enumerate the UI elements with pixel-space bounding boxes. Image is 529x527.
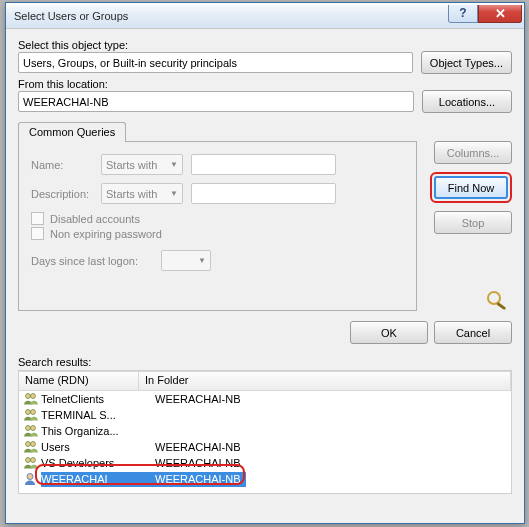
description-filter-label: Description: <box>31 188 101 200</box>
result-row[interactable]: UsersWEERACHAI-NB <box>19 439 511 455</box>
result-name: WEERACHAI <box>41 473 155 485</box>
help-button[interactable]: ? <box>448 5 478 23</box>
result-folder: WEERACHAI-NB <box>155 441 507 453</box>
group-icon <box>23 456 39 470</box>
disabled-accounts-checkbox[interactable]: Disabled accounts <box>31 212 361 225</box>
find-now-button[interactable]: Find Now <box>434 176 508 199</box>
result-folder: WEERACHAI-NB <box>155 457 507 469</box>
svg-point-10 <box>31 442 36 447</box>
group-icon <box>23 440 39 454</box>
description-match-combo[interactable]: Starts with▼ <box>101 183 183 204</box>
svg-point-8 <box>31 426 36 431</box>
column-header-name[interactable]: Name (RDN) <box>19 372 139 390</box>
name-filter-input[interactable] <box>191 154 336 175</box>
result-name: TelnetClients <box>41 393 155 405</box>
object-type-field[interactable]: Users, Groups, or Built-in security prin… <box>18 52 413 73</box>
result-row[interactable]: This Organiza... <box>19 423 511 439</box>
search-results-label: Search results: <box>18 352 512 370</box>
object-types-button[interactable]: Object Types... <box>421 51 512 74</box>
group-icon <box>23 392 39 406</box>
search-icon <box>484 289 512 311</box>
column-header-folder[interactable]: In Folder <box>139 372 511 390</box>
result-row[interactable]: TERMINAL S... <box>19 407 511 423</box>
group-icon <box>23 408 39 422</box>
close-button[interactable]: ✕ <box>478 5 522 23</box>
ok-button[interactable]: OK <box>350 321 428 344</box>
stop-button[interactable]: Stop <box>434 211 512 234</box>
group-icon <box>23 424 39 438</box>
columns-button[interactable]: Columns... <box>434 141 512 164</box>
svg-point-9 <box>26 442 31 447</box>
dialog-title: Select Users or Groups <box>14 10 128 22</box>
svg-point-3 <box>26 394 31 399</box>
tab-common-queries[interactable]: Common Queries <box>18 122 126 142</box>
object-type-label: Select this object type: <box>18 39 512 51</box>
select-users-dialog: Select Users or Groups ? ✕ Select this o… <box>5 2 525 524</box>
result-row[interactable]: TelnetClientsWEERACHAI-NB <box>19 391 511 407</box>
result-name: TERMINAL S... <box>41 409 155 421</box>
result-folder: WEERACHAI-NB <box>155 393 507 405</box>
result-folder: WEERACHAI-NB <box>155 473 246 485</box>
non-expiring-password-checkbox[interactable]: Non expiring password <box>31 227 361 240</box>
days-since-logon-combo[interactable]: ▼ <box>161 250 211 271</box>
svg-point-13 <box>27 474 33 480</box>
locations-button[interactable]: Locations... <box>422 90 512 113</box>
from-location-label: From this location: <box>18 78 512 90</box>
location-field[interactable]: WEERACHAI-NB <box>18 91 414 112</box>
days-since-logon-label: Days since last logon: <box>31 255 161 267</box>
result-name: This Organiza... <box>41 425 155 437</box>
results-list: Name (RDN) In Folder TelnetClientsWEERAC… <box>18 370 512 494</box>
user-icon <box>23 472 39 486</box>
result-row[interactable]: VS DevelopersWEERACHAI-NB <box>19 455 511 471</box>
chevron-down-icon: ▼ <box>198 256 206 265</box>
result-name: Users <box>41 441 155 453</box>
svg-point-4 <box>31 394 36 399</box>
find-now-highlight: Find Now <box>430 172 512 203</box>
svg-point-7 <box>26 426 31 431</box>
name-match-combo[interactable]: Starts with▼ <box>101 154 183 175</box>
svg-point-5 <box>26 410 31 415</box>
result-name: VS Developers <box>41 457 155 469</box>
cancel-button[interactable]: Cancel <box>434 321 512 344</box>
chevron-down-icon: ▼ <box>170 189 178 198</box>
result-row[interactable]: WEERACHAIWEERACHAI-NB <box>19 471 511 487</box>
description-filter-input[interactable] <box>191 183 336 204</box>
svg-point-11 <box>26 458 31 463</box>
svg-point-12 <box>31 458 36 463</box>
name-filter-label: Name: <box>31 159 101 171</box>
svg-point-6 <box>31 410 36 415</box>
chevron-down-icon: ▼ <box>170 160 178 169</box>
svg-point-2 <box>490 295 496 299</box>
titlebar[interactable]: Select Users or Groups ? ✕ <box>6 3 524 29</box>
svg-rect-1 <box>496 302 506 310</box>
